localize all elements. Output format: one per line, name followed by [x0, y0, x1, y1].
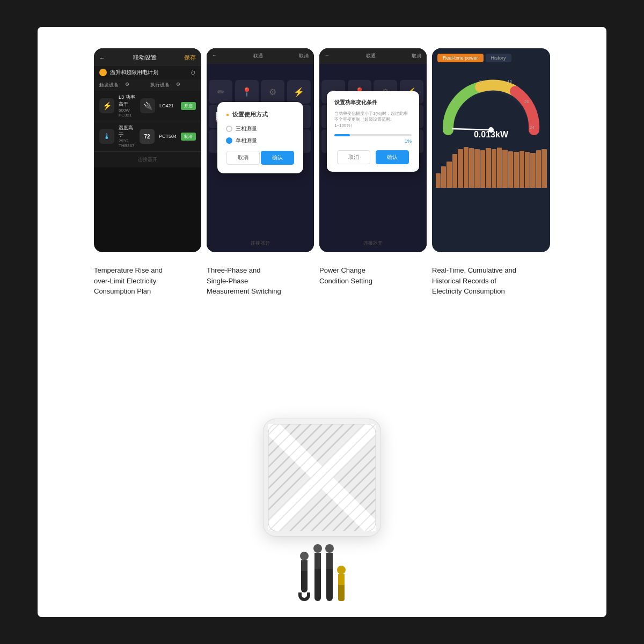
toggle-1[interactable]: 开启: [181, 102, 196, 110]
connector-3: [325, 544, 334, 601]
toggle-2[interactable]: 制冷: [181, 133, 196, 141]
exec-info-1: LC421: [159, 103, 177, 108]
s2-back[interactable]: ←: [212, 53, 217, 60]
device-icon-power: ⚡: [99, 98, 114, 113]
grid-cell: 📍: [235, 80, 259, 104]
s1-footer-text: 连接器开: [138, 156, 157, 163]
device-wrapper: [252, 419, 392, 601]
caption-2-line2: Single-Phase: [207, 276, 314, 287]
power-dialog-buttons: 取消 确认: [334, 150, 412, 164]
phase-dialog: 设置使用方式 三相测量 单相测量 取消 确认: [217, 102, 303, 173]
device-info-2: 温度高于 29°C THB367: [119, 125, 135, 148]
device-section: [54, 314, 590, 602]
s3-cancel[interactable]: 取消: [412, 53, 421, 60]
grid-cell: ✏: [209, 80, 232, 104]
s1-save-btn[interactable]: 保存: [184, 54, 196, 62]
bar-17: [525, 152, 530, 188]
bar-chart: [435, 140, 547, 188]
gear-icon-exec[interactable]: ⚙: [176, 82, 196, 89]
plan-badge-icon: [99, 69, 107, 76]
bar-15: [514, 152, 518, 188]
caption-1-line2: over-Limit Electricity: [94, 276, 201, 287]
radio-three-phase[interactable]: [226, 126, 232, 132]
bar-20: [541, 149, 546, 188]
phase-dialog-title: 设置使用方式: [226, 111, 295, 119]
tab-history[interactable]: History: [486, 54, 511, 62]
bar-10: [486, 148, 491, 188]
bar-14: [508, 151, 513, 188]
phase-confirm-btn[interactable]: 确认: [261, 151, 294, 165]
s1-header-title: 联动设置: [133, 54, 157, 62]
phase-cancel-btn[interactable]: 取消: [226, 151, 260, 165]
s1-header: ← 联动设置 保存: [94, 48, 201, 65]
svg-text:8: 8: [479, 79, 482, 84]
bar-2: [441, 166, 446, 188]
caption-4-line1: Real-Time, Cumulative and: [432, 265, 550, 276]
gauge-area: 0 4 8 16 20 24 0.013kW: [432, 65, 550, 140]
device-info-1: L3 功率高于 600W PC321: [119, 94, 136, 118]
svg-text:16: 16: [507, 79, 512, 84]
bar-18: [530, 153, 535, 188]
option-three-phase[interactable]: 三相测量: [226, 125, 295, 133]
trigger-label: 触发设备: [99, 82, 120, 89]
gauge-tabs: Real-time power History: [432, 48, 550, 65]
device-row-1: ⚡ L3 功率高于 600W PC321 🔌 LC421 开启: [94, 91, 201, 121]
exec-label: 执行设备: [150, 82, 171, 89]
caption-2-line3: Measurement Switching: [207, 286, 314, 297]
caption-3: Power Change Condition Setting: [319, 265, 427, 297]
caption-4-line2: Historical Records of: [432, 276, 550, 287]
bar-19: [536, 150, 541, 188]
exec-icon-2: 72: [140, 129, 155, 144]
power-dialog-desc: 当功率变化幅度小于1(%)时，超过此率不全空变更制（超级设置范围: 1~100%…: [334, 111, 412, 129]
power-dialog-title: 设置功率变化条件: [334, 99, 412, 106]
power-slider-track[interactable]: [334, 134, 412, 136]
gauge-svg: 0 4 8 16 20 24: [437, 71, 545, 135]
device-icon-temp: 🌡: [99, 129, 114, 144]
bar-9: [480, 150, 485, 188]
s3-footer: 连接器开: [319, 240, 427, 247]
caption-1-line1: Temperature Rise and: [94, 265, 201, 276]
power-cancel-btn[interactable]: 取消: [337, 150, 370, 164]
power-confirm-btn[interactable]: 确认: [376, 150, 409, 164]
caption-4-line3: Electricity Consumption: [432, 286, 550, 297]
s1-section-header: 触发设备 ⚙ 执行设备 ⚙: [94, 79, 201, 91]
exec-name-1: LC421: [159, 103, 177, 108]
option-label-single: 单相测量: [236, 137, 257, 144]
bar-4: [452, 154, 457, 188]
s1-clock-icon: ⏱: [191, 70, 196, 76]
device-connectors: [298, 544, 346, 601]
captions-row: Temperature Rise and over-Limit Electric…: [54, 265, 590, 297]
power-slider-value: 1%: [334, 138, 412, 144]
device-row-2: 🌡 温度高于 29°C THB367 72 PCT504 制冷: [94, 121, 201, 152]
exec-icon-1: 🔌: [140, 98, 155, 113]
s2-cancel[interactable]: 取消: [299, 53, 309, 60]
bar-12: [497, 148, 502, 188]
device-name-2: 温度高于: [119, 125, 135, 138]
tab-realtime[interactable]: Real-time power: [437, 54, 484, 62]
grid-cell: ⚡: [287, 80, 311, 104]
s2-title: 联通: [253, 53, 263, 60]
device-sub-2: 29°C THB367: [119, 138, 135, 148]
bar-3: [447, 162, 451, 188]
s3-title: 联通: [366, 53, 376, 60]
caption-3-line2: Condition Setting: [319, 276, 427, 287]
exec-name-2: PCT504: [159, 134, 177, 139]
caption-4: Real-Time, Cumulative and Historical Rec…: [432, 265, 550, 297]
screen-power: ← 联通 取消 ✏ 📍 ⚙ ⚡ 📈 ✂ ⚡ 📍 ⚙ ✏ 📈 ✂: [319, 48, 427, 252]
option-single-phase[interactable]: 单相测量: [226, 137, 295, 144]
power-dialog: 设置功率变化条件 当功率变化幅度小于1(%)时，超过此率不全空变更制（超级设置范…: [327, 91, 419, 172]
s4-chart: [432, 140, 550, 188]
device-name-1: L3 功率高于: [119, 94, 136, 108]
screen-linkage: ← 联动设置 保存 温升和超限用电计划 ⏱ 触发设备 ⚙ 执行设备 ⚙ ⚡ L3…: [94, 48, 201, 252]
radio-single-phase[interactable]: [226, 137, 232, 144]
s3-topbar: ← 联通 取消: [319, 48, 427, 64]
s3-back[interactable]: ←: [325, 53, 330, 60]
s2-topbar: ← 联通 取消: [207, 48, 314, 64]
connector-1: [298, 552, 310, 601]
bar-11: [492, 149, 496, 188]
main-card: ← 联动设置 保存 温升和超限用电计划 ⏱ 触发设备 ⚙ 执行设备 ⚙ ⚡ L3…: [38, 27, 606, 617]
bar-13: [502, 150, 507, 188]
s1-back-icon[interactable]: ←: [99, 55, 105, 61]
gear-icon-trigger[interactable]: ⚙: [125, 82, 145, 89]
bar-8: [474, 149, 479, 188]
